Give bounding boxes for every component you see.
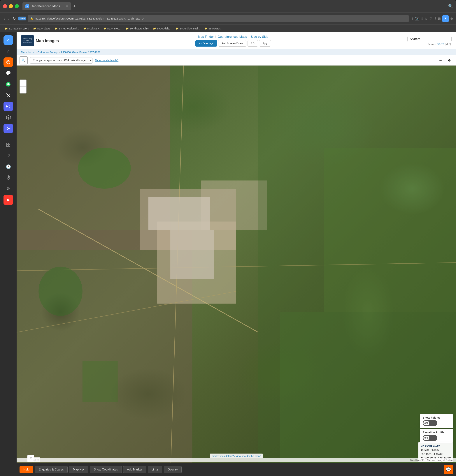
minimize-button[interactable] xyxy=(9,4,13,8)
svg-rect-3 xyxy=(7,143,8,144)
add-marker-button[interactable]: Add Marker xyxy=(123,466,146,473)
breadcrumb-series[interactable]: 1:25,000, Great Britain, 1937-1961 xyxy=(60,51,100,54)
sidebar-icon-home[interactable]: ⌂ xyxy=(3,35,13,45)
chat-button[interactable]: 💬 xyxy=(444,465,453,474)
browser-search-icon[interactable]: 🔍 xyxy=(448,4,453,9)
sidebar-icon-twitter[interactable] xyxy=(3,91,13,100)
cc-by-link[interactable]: CC-BY xyxy=(437,43,444,45)
bookmark-s7[interactable]: 📁 S7.Models... xyxy=(151,26,173,31)
fullscreen-button[interactable]: Full Screen/Draw xyxy=(218,40,246,47)
sidebar-icon-star[interactable]: ☆ xyxy=(3,46,13,56)
close-button[interactable] xyxy=(3,4,7,8)
map-finder-link[interactable]: Map Finder xyxy=(198,35,214,39)
sidebar-icon-message[interactable]: 💬 xyxy=(3,68,13,78)
show-height-label: Show height: xyxy=(423,416,450,419)
sidebar-icon-grid[interactable] xyxy=(3,140,13,149)
camera-button[interactable]: 📷 xyxy=(415,17,419,21)
play-button[interactable]: ▷ xyxy=(425,17,428,21)
map-search-button[interactable]: 🔍 xyxy=(19,56,28,64)
satellite-map[interactable]: + − 🖨 200 m Show height: OFF xyxy=(17,66,456,476)
bookmark-folder-icon: 📁 xyxy=(55,27,58,30)
sidebar-icon-youtube[interactable]: ▶ xyxy=(3,195,13,205)
svg-point-7 xyxy=(8,177,9,178)
show-height-toggle[interactable]: OFF xyxy=(423,420,437,426)
sidebar-icon-heart[interactable]: ♡ xyxy=(3,151,13,161)
breadcrumb-home[interactable]: Maps home xyxy=(21,51,34,54)
bookmark-folder-icon: 📁 xyxy=(33,27,36,30)
search-input[interactable] xyxy=(421,38,449,41)
parish-details-button[interactable]: Show parish details? xyxy=(95,59,118,62)
enquiries-button[interactable]: Enquiries & Copies xyxy=(35,466,68,473)
sidebar-icon-layers[interactable] xyxy=(3,113,13,122)
tab-bar: 🗺 Georeferenced Maps - M ✕ + xyxy=(22,2,446,10)
bookmark-folder-icon: 📁 xyxy=(176,27,179,30)
smiley-button[interactable]: ☺ xyxy=(421,17,424,20)
header-nav-links: Map Finder | Georeferenced Maps | Side b… xyxy=(198,35,268,39)
active-tab[interactable]: 🗺 Georeferenced Maps - M ✕ xyxy=(22,2,71,10)
bookmark-folder-icon: 📁 xyxy=(126,27,129,30)
background-map-select[interactable]: Change background map - ESRI World Image xyxy=(30,57,93,63)
maximize-button[interactable] xyxy=(15,4,19,8)
back-button[interactable]: ‹ xyxy=(3,16,6,21)
sidebar-icon-whatsapp[interactable] xyxy=(3,79,13,89)
sidebar-icon-arc[interactable] xyxy=(3,57,13,67)
show-height-panel: Show height: OFF xyxy=(420,414,453,428)
nav-actions: ⬆ 📷 ☺ ▷ ♡ ⬇ ⊞ P ⊕ xyxy=(411,15,453,22)
tabs-button[interactable]: ⊞ xyxy=(438,17,441,21)
georef-link[interactable]: Georeferenced Maps xyxy=(217,35,247,39)
sidebar-icon-more[interactable]: ··· xyxy=(3,206,13,216)
bookmark-folder-icon: 📁 xyxy=(153,27,156,30)
bookmark-s1[interactable]: 📁 S1. Student Work xyxy=(3,26,31,31)
annotation-tool-button[interactable]: ✏ xyxy=(437,57,444,64)
share-button[interactable]: ⬆ xyxy=(411,17,413,21)
zoom-out-button[interactable]: − xyxy=(19,86,26,94)
new-tab-button[interactable]: + xyxy=(72,3,77,9)
svg-marker-2 xyxy=(6,115,10,118)
bookmark-button[interactable]: ♡ xyxy=(429,17,432,21)
bookmark-s9[interactable]: 📁 S9.Awards xyxy=(203,26,223,31)
reload-button[interactable]: ↻ xyxy=(12,16,17,22)
sidebar-icon-arrow[interactable]: ➤ xyxy=(3,124,13,133)
overlay-button[interactable]: Overlay xyxy=(164,466,181,473)
browser-frame: 🗺 Georeferenced Maps - M ✕ + 🔍 ‹ › ↻ VPN… xyxy=(0,0,456,476)
sidebar-icon-discord[interactable] xyxy=(3,102,13,111)
zoom-in-button[interactable]: + xyxy=(19,79,26,86)
bookmark-s2[interactable]: 📁 S2.Projects xyxy=(31,26,52,31)
bookmark-s3[interactable]: 📁 S3.Professional... xyxy=(53,26,81,31)
display-map-details-link[interactable]: Display map details? / View or order thi… xyxy=(212,455,261,457)
links-button[interactable]: Links xyxy=(148,466,162,473)
sidebar-icon-settings[interactable]: ⚙ xyxy=(3,184,13,194)
extensions-button[interactable]: ⊕ xyxy=(450,17,453,21)
download-button[interactable]: ⬇ xyxy=(434,17,437,21)
sidebar-icon-clock[interactable]: 🕐 xyxy=(3,162,13,171)
bookmark-s6[interactable]: 📁 S6.Photographic xyxy=(124,26,151,31)
tab-title: Georeferenced Maps - M xyxy=(31,4,64,8)
elevation-label: Elevation Profile: xyxy=(423,431,450,434)
url-bar[interactable]: 🔒 maps.nls.uk/geo/explore/#zoom=15.0&lat… xyxy=(28,15,409,22)
bookmark-s4[interactable]: 📁 S4.Library xyxy=(81,26,101,31)
three-d-button[interactable]: 3D xyxy=(248,40,258,47)
settings-tool-button[interactable]: ⚙ xyxy=(446,57,453,64)
breadcrumb: Maps home › Ordnance Survey › 1:25,000, … xyxy=(17,49,456,55)
grid-ref: SK 56481 61007 xyxy=(421,444,451,448)
zoom-controls: + − xyxy=(19,79,26,94)
bookmark-s8[interactable]: 📁 S8.Audio-Visual... xyxy=(174,26,202,31)
tile-attribution: Tiles © ArcGIS. • National Library of Sc… xyxy=(17,458,456,462)
map-key-button[interactable]: Map Key xyxy=(69,466,88,473)
side-by-side-link[interactable]: Side by Side xyxy=(251,35,268,39)
tab-close-button[interactable]: ✕ xyxy=(66,5,68,8)
nav-bar: ‹ › ↻ VPN 🔒 maps.nls.uk/geo/explore/#zoo… xyxy=(0,13,456,24)
forward-button[interactable]: › xyxy=(8,16,10,21)
tab-favicon: 🗺 xyxy=(26,4,29,8)
sidebar-icon-map-pin[interactable] xyxy=(3,173,13,183)
breadcrumb-ordnance[interactable]: Ordnance Survey xyxy=(38,51,58,54)
help-button[interactable]: Help xyxy=(19,466,33,473)
elevation-toggle[interactable]: OFF xyxy=(423,435,437,441)
profile-button[interactable]: P xyxy=(442,15,449,22)
satellite-background xyxy=(17,66,456,476)
show-coordinates-button[interactable]: Show Coordinates xyxy=(90,466,122,473)
elevation-profile-panel: Elevation Profile: OFF xyxy=(420,429,453,443)
overlays-button[interactable]: as Overlays xyxy=(195,40,217,47)
spy-button[interactable]: Spy xyxy=(259,40,271,47)
bookmark-s5[interactable]: 📁 S5.Printed... xyxy=(102,26,123,31)
